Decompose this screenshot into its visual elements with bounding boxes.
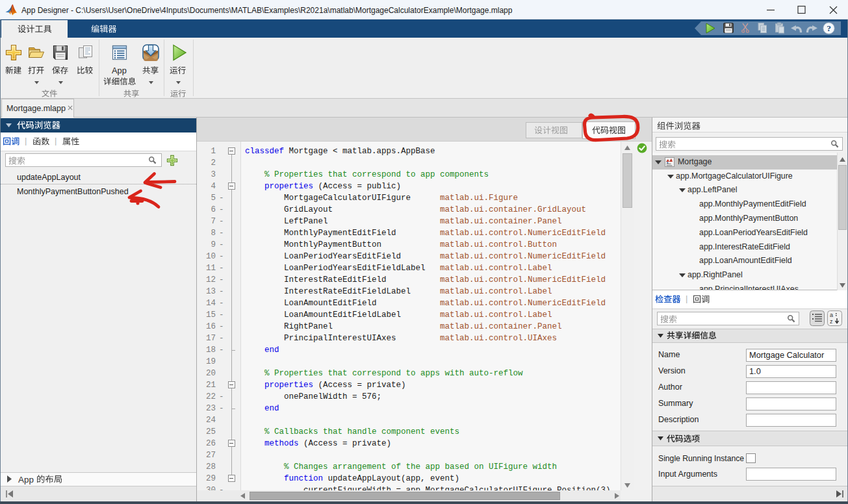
svg-text:z: z (830, 318, 833, 325)
svg-text:a: a (830, 312, 833, 318)
svg-text:?: ? (827, 23, 831, 33)
